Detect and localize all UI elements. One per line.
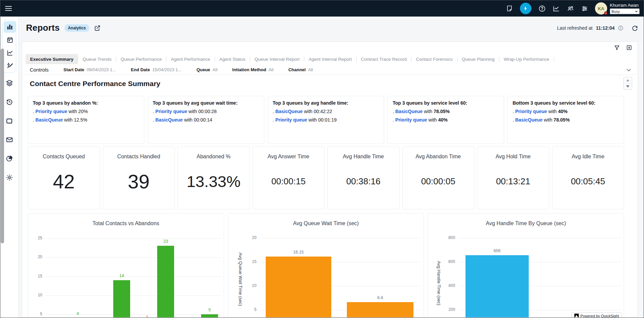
chart-total-contacts-vs-abandons: Total Contacts vs Abandons 2520151054143…	[28, 213, 224, 318]
filter-queue[interactable]: QueueAll	[196, 67, 217, 72]
queue-link[interactable]: BasicQueue	[515, 117, 543, 123]
bar-value-label: 16.15	[287, 250, 310, 255]
tab-queue-interval-report[interactable]: Queue Interval Report	[250, 54, 304, 64]
queue-link[interactable]: Priority queue	[275, 117, 307, 123]
tab-queue-performance[interactable]: Queue Performance	[116, 54, 166, 64]
queue-link[interactable]: BasicQueue	[156, 117, 183, 123]
insight-card: Top 3 queues by avg queue wait time:. Pr…	[148, 96, 264, 144]
filter-initiation-method[interactable]: Intiation MethodAll	[232, 67, 273, 72]
spinner-up-icon[interactable]	[624, 77, 632, 84]
insight-line: . Priority queue with 40%	[392, 117, 499, 123]
bar-value-label: 6.6	[368, 295, 392, 300]
chevron-down-icon[interactable]	[625, 67, 632, 73]
y-axis-tick: 200	[444, 307, 455, 312]
y-axis-tick: 10	[245, 283, 257, 288]
filter-start-date[interactable]: Start Date09/04/2023 1...	[64, 67, 116, 72]
queue-link[interactable]: Priority queue	[395, 117, 427, 123]
queue-link[interactable]: BasicQueue	[275, 109, 303, 114]
open-in-new-icon[interactable]	[94, 25, 101, 31]
kpi-label: Avg Abandon Time	[415, 154, 461, 160]
hamburger-icon[interactable]	[5, 4, 14, 13]
insight-value: 40%	[558, 109, 568, 114]
queue-link[interactable]: Priority queue	[156, 109, 187, 114]
sidebar-item-layers[interactable]	[3, 77, 16, 89]
sidebar-item-history[interactable]	[3, 96, 16, 108]
export-icon[interactable]	[626, 45, 632, 51]
sidebar-item-calendar[interactable]	[4, 34, 16, 46]
insight-card-title: Top 3 queues by service level 60:	[392, 100, 499, 106]
preferences-icon[interactable]	[581, 5, 588, 12]
notes-icon[interactable]	[506, 5, 513, 12]
layers-icon	[6, 79, 13, 87]
tab-contact-forensics[interactable]: Contact Forensics	[411, 54, 457, 64]
insight-line: . BasicQueue with 78.05%	[392, 109, 499, 114]
tab-agent-performance[interactable]: Agent Performance	[166, 54, 214, 64]
sidebar-item-mail[interactable]	[3, 134, 16, 145]
filter-end-date[interactable]: End Date15/04/2023 1...	[131, 67, 182, 72]
sidebar-item-design[interactable]	[4, 60, 16, 71]
insight-card: Top 3 queues by service level 60:. Basic…	[387, 96, 504, 144]
kpi-label: Avg Handle Time	[343, 154, 384, 160]
tab-agent-status[interactable]: Agent Status	[215, 54, 250, 64]
kpi-label: Avg Idle Time	[572, 154, 604, 160]
tab-wrap-up-performance[interactable]: Wrap-Up Performance	[499, 54, 554, 64]
gridline	[46, 295, 221, 296]
tab-contract-trace-record[interactable]: Contract Trace Record	[357, 54, 411, 64]
bar[interactable]	[113, 280, 130, 318]
y-axis-label: Avg Queue Wait Time (sec)	[238, 253, 243, 306]
insight-value: 20%	[78, 109, 88, 114]
window-icon	[6, 117, 13, 125]
chart-avg-handle-time-by-queue: Avg Handle Time By Queue (sec) 800600400…	[428, 213, 624, 318]
vertical-scrollbar[interactable]	[639, 42, 643, 318]
bar[interactable]	[347, 302, 413, 318]
sidebar-item-window[interactable]	[3, 115, 16, 127]
queue-link[interactable]: BasicQueue	[395, 109, 423, 114]
kpi-card: Avg Idle Time00:05:45	[552, 147, 624, 209]
agents-icon[interactable]	[567, 5, 574, 12]
line-chart-icon	[6, 49, 14, 56]
sidebar-item-reports[interactable]	[4, 21, 16, 33]
sidebar-item-pie[interactable]	[3, 153, 16, 164]
queue-link[interactable]: Priority queue	[35, 109, 67, 114]
bar[interactable]	[201, 314, 218, 318]
metrics-icon[interactable]	[552, 5, 560, 12]
kpi-value: 13.33%	[187, 160, 240, 209]
flash-icon[interactable]	[520, 3, 531, 14]
bar-value-label: 3	[135, 315, 159, 318]
bar[interactable]	[266, 257, 331, 318]
refresh-icon[interactable]	[631, 25, 638, 31]
scrollbar-thumb[interactable]	[1, 49, 4, 243]
queue-link[interactable]: Priority queue	[515, 109, 547, 114]
kpi-value: 00:05:45	[571, 160, 605, 209]
bar[interactable]	[157, 246, 174, 318]
avatar[interactable]: KA	[595, 2, 607, 15]
insight-line: . Priority queue with 00:01:19	[273, 117, 379, 123]
insight-card-title: Top 3 queues by avg handle time:	[273, 100, 379, 106]
tab-agent-interval-report[interactable]: Agent Interval Report	[304, 54, 356, 64]
y-axis-tick: 15	[245, 259, 257, 264]
filter-icon[interactable]	[614, 45, 620, 51]
status-select[interactable]: Busy	[610, 8, 640, 14]
tab-queue-trends[interactable]: Queue Trends	[78, 54, 116, 64]
insight-card: Top 3 queues by abandon %:. Priority que…	[28, 96, 144, 144]
sidebar-item-settings[interactable]	[3, 172, 16, 183]
help-icon[interactable]	[538, 5, 546, 12]
insight-line: . BasicQueue with 00:00:14	[153, 117, 259, 123]
filter-channel[interactable]: ChannelAll	[288, 67, 313, 72]
insight-card-title: Top 3 queues by abandon %:	[33, 100, 139, 106]
bar-value-label: 5	[198, 308, 221, 312]
info-icon[interactable]	[618, 25, 623, 31]
insight-card-title: Top 3 queues by avg queue wait time:	[153, 100, 259, 106]
tab-executive-summary[interactable]: Executive Summary	[26, 54, 78, 64]
report-tabs: Executive Summary Queue Trends Queue Per…	[26, 54, 617, 64]
gridline	[46, 238, 221, 239]
tab-queue-planning[interactable]: Queue Planning	[457, 54, 499, 64]
quicksight-label: Powered by QuickSight	[580, 314, 619, 318]
design-icon	[6, 62, 14, 69]
sheet-spinner	[623, 77, 632, 90]
sidebar-item-trends[interactable]	[4, 47, 16, 58]
kpi-card: Avg Hold Time00:13:21	[477, 147, 549, 209]
queue-link[interactable]: BasicQueue	[35, 117, 63, 123]
bar[interactable]	[466, 255, 529, 318]
spinner-down-icon[interactable]	[624, 84, 632, 90]
